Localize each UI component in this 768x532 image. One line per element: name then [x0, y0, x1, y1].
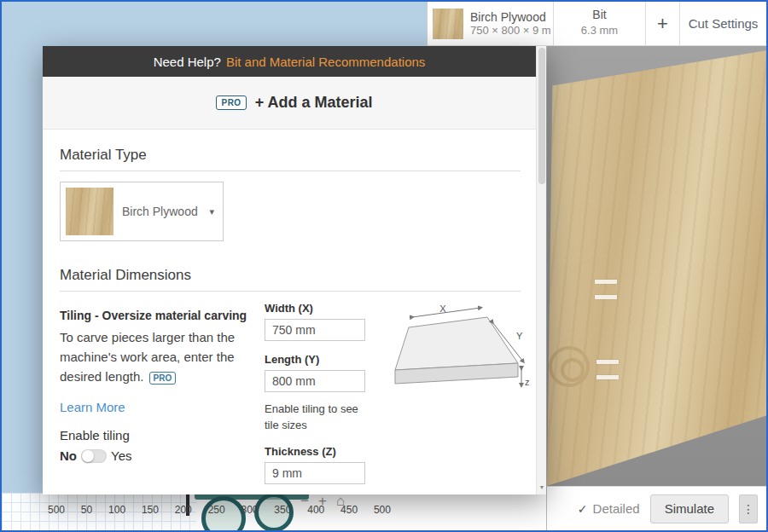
carved-slot	[595, 295, 617, 299]
ruler-label: 250	[208, 504, 225, 516]
cut-settings-button[interactable]: Cut Settings	[679, 2, 766, 45]
width-label: Width (X)	[265, 302, 375, 315]
divider	[60, 171, 521, 171]
dialog-title-bar: PRO + Add a Material	[43, 77, 546, 130]
material-slab-diagram: X Y z	[388, 304, 532, 402]
learn-more-link[interactable]: Learn More	[60, 400, 125, 414]
easel-app-window: Birch Plywood 750 × 800 × 9 m Bit 6.3 mm…	[0, 0, 768, 532]
zoom-controls: − + ⌂	[300, 493, 345, 510]
material-name: Birch Plywood	[470, 10, 551, 24]
add-bit-button[interactable]: +	[645, 2, 679, 45]
help-prefix: Need Help?	[154, 55, 221, 69]
toggle-no-label: No	[60, 448, 77, 463]
dialog-body: Material Type Birch Plywood ▾ Material D…	[43, 130, 546, 494]
material-type-select[interactable]: Birch Plywood ▾	[60, 182, 224, 241]
ruler-label: 300	[241, 504, 258, 516]
material-dimensions: 750 × 800 × 9 m	[470, 24, 551, 37]
material-type-heading: Material Type	[60, 147, 529, 164]
length-input[interactable]	[265, 370, 365, 392]
dialog-title: + Add a Material	[255, 94, 373, 112]
tiling-toggle-switch[interactable]	[81, 449, 107, 463]
length-label: Length (Y)	[265, 353, 375, 366]
ruler-label: 500	[374, 504, 391, 516]
preview-toolbar: ✓ Detailed Simulate ⋮	[547, 486, 766, 530]
zoom-in-icon[interactable]: +	[318, 493, 327, 510]
preview-pane: ✓ Detailed Simulate ⋮	[546, 46, 766, 530]
material-swatch-icon	[66, 188, 113, 235]
axis-x-label: X	[439, 304, 446, 314]
kebab-menu-icon: ⋮	[742, 502, 754, 516]
check-icon: ✓	[578, 502, 588, 516]
material-dimensions-heading: Material Dimensions	[60, 267, 529, 284]
cut-settings-label: Cut Settings	[689, 16, 759, 31]
tiling-description-text: To carve pieces larger than the machine'…	[60, 330, 235, 384]
carved-slot	[596, 360, 619, 364]
thickness-label: Thickness (Z)	[265, 445, 375, 458]
tiling-info-column: Tiling - Oversize material carving To ca…	[60, 309, 266, 463]
dialog-help-bar: Need Help? Bit and Material Recommendati…	[43, 46, 546, 77]
pro-badge: PRO	[149, 372, 177, 385]
tiling-hint: Enable tiling to see tile sizes	[265, 401, 367, 433]
ruler-label: 100	[108, 504, 125, 516]
add-material-dialog: Need Help? Bit and Material Recommendati…	[43, 46, 546, 494]
carved-slot	[595, 280, 617, 284]
canvas-bottom-strip: 500 50 100 150 200 250 300 350 400 450 5…	[2, 493, 546, 530]
axis-z-label: z	[525, 377, 530, 387]
pro-badge: PRO	[216, 95, 246, 110]
toggle-yes-label: Yes	[111, 448, 131, 463]
top-toolbar: Birch Plywood 750 × 800 × 9 m Bit 6.3 mm…	[427, 2, 766, 46]
ruler-label: 50	[81, 504, 92, 516]
bit-material-recommendations-link[interactable]: Bit and Material Recommendations	[226, 55, 425, 69]
arrow-down-icon: ▼	[539, 484, 545, 490]
preview-3d-viewport[interactable]	[547, 46, 766, 486]
material-summary-button[interactable]: Birch Plywood 750 × 800 × 9 m	[428, 2, 553, 45]
thickness-input[interactable]	[265, 462, 365, 484]
bit-value: 6.3 mm	[554, 24, 645, 37]
ruler-label: 200	[175, 504, 192, 516]
bit-label: Bit	[554, 8, 645, 21]
material-swatch-icon	[433, 9, 463, 39]
ruler-label: 350	[274, 504, 291, 516]
bit-summary-button[interactable]: Bit 6.3 mm	[553, 2, 645, 45]
zoom-home-icon[interactable]: ⌂	[336, 493, 345, 510]
axis-y-label: Y	[516, 331, 523, 341]
toggle-knob	[82, 450, 94, 462]
ruler-label: 150	[142, 504, 159, 516]
dimensions-diagram: X Y z	[388, 304, 533, 405]
ruler-label: 500	[48, 504, 65, 516]
detailed-toggle[interactable]: ✓ Detailed	[578, 501, 640, 516]
tiling-description: To carve pieces larger than the machine'…	[60, 327, 266, 388]
enable-tiling-label: Enable tiling	[60, 428, 266, 442]
scrollbar-thumb[interactable]	[538, 48, 545, 184]
carved-slot	[596, 375, 619, 379]
selected-material-label: Birch Plywood	[122, 205, 198, 218]
detailed-label: Detailed	[593, 501, 640, 516]
carved-spiral	[549, 346, 590, 387]
dimension-fields-column: Width (X) Length (Y) Enable tiling to se…	[265, 302, 375, 484]
divider	[60, 291, 521, 292]
dialog-scrollbar[interactable]: ▼	[536, 46, 546, 494]
dimensions-section: Tiling - Oversize material carving To ca…	[60, 302, 529, 494]
tiling-title: Tiling - Oversize material carving	[60, 309, 266, 322]
wood-stock-render	[547, 46, 766, 486]
chevron-down-icon: ▾	[209, 206, 218, 217]
tiling-toggle-row: No Yes	[60, 448, 266, 463]
plus-icon: +	[657, 13, 668, 35]
scrollbar-down-arrow[interactable]: ▼	[537, 481, 547, 493]
preview-menu-button[interactable]: ⋮	[739, 494, 758, 523]
simulate-button[interactable]: Simulate	[650, 494, 729, 523]
zoom-out-icon[interactable]: −	[300, 493, 309, 510]
width-input[interactable]	[265, 319, 365, 341]
